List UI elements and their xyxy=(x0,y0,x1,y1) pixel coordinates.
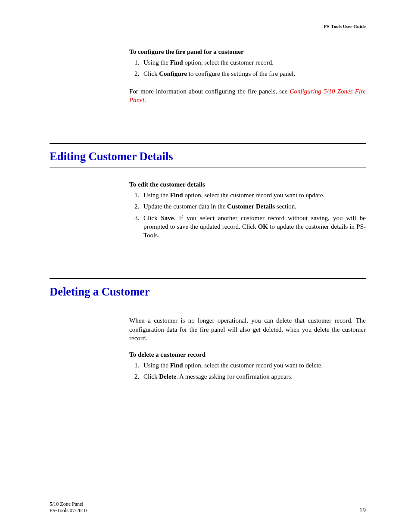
text: Using the xyxy=(143,362,170,369)
edit-subhead: To edit the customer details xyxy=(129,181,366,188)
section-divider xyxy=(50,278,366,279)
text: Using the xyxy=(143,59,170,66)
text: Click xyxy=(143,70,159,77)
section-divider xyxy=(50,168,366,168)
text: option, select the customer record. xyxy=(183,59,274,66)
ok-bold: OK xyxy=(258,223,268,230)
text: Using the xyxy=(143,192,170,199)
list-item: Using the Find option, select the custom… xyxy=(141,361,366,370)
find-bold: Find xyxy=(170,59,183,66)
text: to configure the settings of the fire pa… xyxy=(187,70,295,77)
configure-subhead: To configure the fire panel for a custom… xyxy=(129,48,366,56)
section-divider xyxy=(50,143,366,144)
configure-steps: Using the Find option, select the custom… xyxy=(129,58,366,78)
find-bold: Find xyxy=(170,362,183,369)
footer-rule xyxy=(50,499,366,499)
list-item: Using the Find option, select the custom… xyxy=(141,191,366,199)
list-item: Update the customer data in the Customer… xyxy=(141,202,366,211)
page-number: 19 xyxy=(359,507,366,514)
text: For more information about configuring t… xyxy=(129,88,290,95)
list-item: Using the Find option, select the custom… xyxy=(141,58,366,67)
text: Update the customer data in the xyxy=(143,203,227,210)
text: option, select the customer record you w… xyxy=(183,362,323,369)
deleting-customer-heading: Deleting a Customer xyxy=(50,285,366,299)
delete-steps: Using the Find option, select the custom… xyxy=(129,361,366,381)
save-bold: Save xyxy=(161,215,174,221)
footer-version: PS-Tools 07/2010 xyxy=(50,507,87,513)
customer-details-bold: Customer Details xyxy=(227,203,275,210)
footer-product: 5/10 Zone Panel xyxy=(50,501,84,507)
list-item: Click Save. If you select another custom… xyxy=(141,214,366,240)
text: . xyxy=(144,96,146,103)
edit-steps: Using the Find option, select the custom… xyxy=(129,191,366,240)
delete-subhead: To delete a customer record xyxy=(129,351,366,358)
delete-bold: Delete xyxy=(159,373,176,380)
header-guide-title: PS-Tools User Guide xyxy=(50,24,366,29)
delete-intro-paragraph: When a customer is no longer operational… xyxy=(129,316,366,342)
find-bold: Find xyxy=(170,192,183,199)
editing-customer-details-heading: Editing Customer Details xyxy=(50,150,366,163)
configure-bold: Configure xyxy=(159,70,187,77)
more-info-paragraph: For more information about configuring t… xyxy=(129,87,366,105)
list-item: Click Configure to configure the setting… xyxy=(141,69,366,78)
list-item: Click Delete. A message asking for confi… xyxy=(141,372,366,381)
section-divider xyxy=(50,303,366,303)
text: Click xyxy=(143,215,161,221)
text: Click xyxy=(143,373,159,380)
page-footer: 5/10 Zone Panel PS-Tools 07/2010 19 xyxy=(50,499,366,514)
text: . A message asking for confirmation appe… xyxy=(176,373,293,380)
text: option, select the customer record you w… xyxy=(183,192,325,199)
text: section. xyxy=(275,203,296,210)
